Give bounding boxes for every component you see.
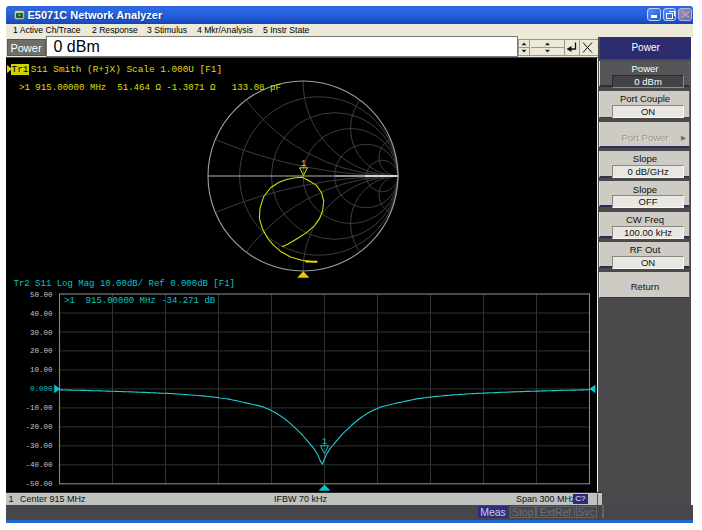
svg-text:40.00: 40.00: [30, 309, 53, 317]
svg-text:1: 1: [322, 436, 327, 446]
svg-text:-10.00: -10.00: [25, 404, 53, 412]
svg-text:-20.00: -20.00: [25, 423, 53, 431]
svg-text:-50.00: -50.00: [25, 480, 53, 488]
svg-text:-30.00: -30.00: [25, 442, 53, 450]
svg-text:30.00: 30.00: [30, 328, 53, 336]
svg-text:1: 1: [301, 159, 306, 169]
svg-text:0.000: 0.000: [30, 385, 53, 393]
svg-text:10.00: 10.00: [30, 366, 53, 374]
svg-text:20.00: 20.00: [30, 347, 53, 355]
svg-text:50.00: 50.00: [30, 290, 53, 298]
svg-text:-40.00: -40.00: [25, 461, 53, 469]
